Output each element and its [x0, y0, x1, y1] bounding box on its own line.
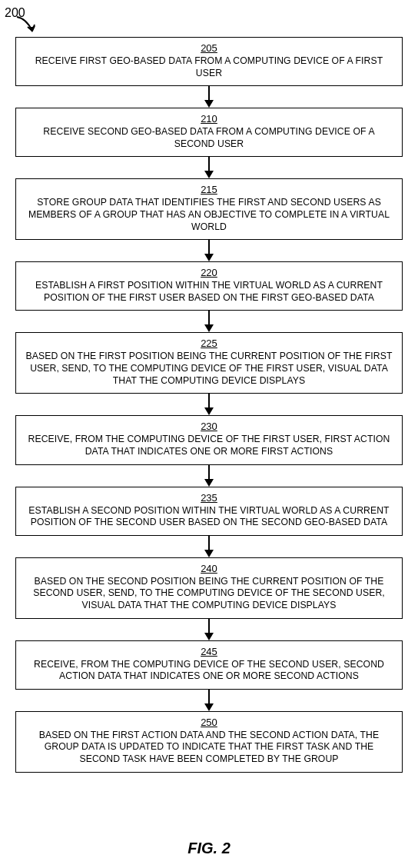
figure-caption: FIG. 2 [0, 840, 418, 857]
arrow-down-icon [204, 86, 214, 108]
flow-step: 235 ESTABLISH A SECOND POSITION WITHIN T… [15, 487, 403, 536]
step-number: 250 [25, 717, 393, 728]
step-text: ESTABLISH A FIRST POSITION WITHIN THE VI… [25, 280, 393, 304]
step-text: RECEIVE FIRST GEO-BASED DATA FROM A COMP… [25, 55, 393, 79]
step-number: 225 [25, 338, 393, 349]
flow-step: 215 STORE GROUP DATA THAT IDENTIFIES THE… [15, 178, 403, 240]
step-number: 220 [25, 267, 393, 278]
arrow-down-icon [204, 394, 214, 415]
flow-step: 245 RECEIVE, FROM THE COMPUTING DEVICE O… [15, 640, 403, 690]
step-text: RECEIVE SECOND GEO-BASED DATA FROM A COM… [25, 126, 393, 150]
step-text: BASED ON THE FIRST ACTION DATA AND THE S… [25, 730, 393, 766]
step-text: ESTABLISH A SECOND POSITION WITHIN THE V… [25, 505, 393, 529]
arrow-down-icon [204, 465, 214, 487]
step-number: 235 [25, 492, 393, 504]
step-number: 230 [25, 421, 393, 432]
flow-step: 205 RECEIVE FIRST GEO-BASED DATA FROM A … [15, 37, 403, 86]
flow-step: 220 ESTABLISH A FIRST POSITION WITHIN TH… [15, 261, 403, 311]
step-text: RECEIVE, FROM THE COMPUTING DEVICE OF TH… [25, 434, 393, 457]
step-text: BASED ON THE SECOND POSITION BEING THE C… [25, 576, 393, 612]
flow-step: 240 BASED ON THE SECOND POSITION BEING T… [15, 557, 403, 619]
flowchart-container: 205 RECEIVE FIRST GEO-BASED DATA FROM A … [15, 37, 403, 773]
arrow-down-icon [204, 157, 214, 178]
step-number: 240 [25, 563, 393, 574]
flow-step: 250 BASED ON THE FIRST ACTION DATA AND T… [15, 711, 403, 773]
step-number: 245 [25, 646, 393, 657]
arrow-down-icon [204, 690, 214, 711]
arrow-down-icon [204, 311, 214, 332]
flow-step: 210 RECEIVE SECOND GEO-BASED DATA FROM A… [15, 108, 403, 157]
arrow-down-icon [204, 619, 214, 640]
step-number: 210 [25, 113, 393, 125]
step-text: RECEIVE, FROM THE COMPUTING DEVICE OF TH… [25, 659, 393, 683]
arrow-down-icon [204, 240, 214, 261]
step-number: 215 [25, 184, 393, 195]
flow-step: 225 BASED ON THE FIRST POSITION BEING TH… [15, 332, 403, 394]
flow-step: 230 RECEIVE, FROM THE COMPUTING DEVICE O… [15, 415, 403, 464]
step-text: BASED ON THE FIRST POSITION BEING THE CU… [25, 351, 393, 387]
step-text: STORE GROUP DATA THAT IDENTIFIES THE FIR… [25, 197, 393, 233]
step-number: 205 [25, 42, 393, 54]
arrow-down-icon [204, 536, 214, 557]
